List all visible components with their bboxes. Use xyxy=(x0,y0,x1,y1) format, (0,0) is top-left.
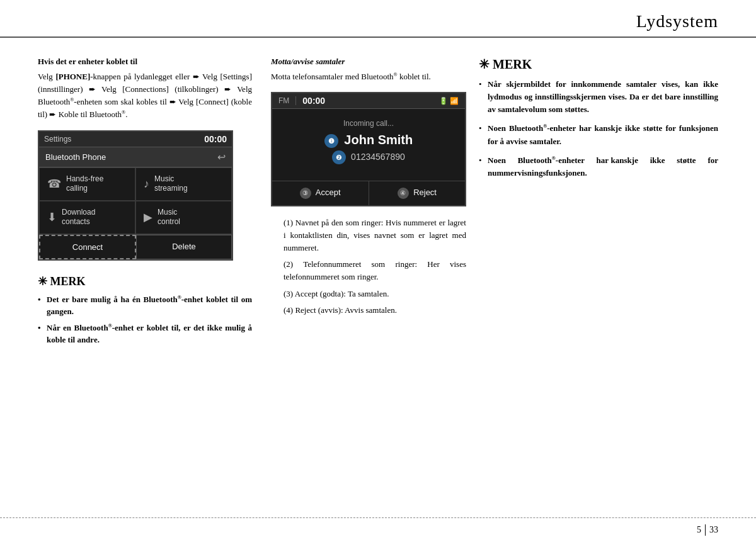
right-merk-asterisk: ✳ xyxy=(479,57,490,71)
music-streaming-icon: ♪ xyxy=(144,178,149,191)
call-body: Incoming call... ❶ John Smith ❷ 01234567… xyxy=(272,109,465,181)
reject-button[interactable]: ④ Reject xyxy=(369,181,466,205)
music-control-label: Musiccontrol xyxy=(158,208,180,227)
delete-button[interactable]: Delete xyxy=(136,235,232,259)
left-merk-item-2: Når en Bluetooth®-enhet er koblet til, e… xyxy=(38,322,252,346)
call-actions: ③ Accept ④ Reject xyxy=(272,181,465,205)
settings-screen: Settings 00:00 Bluetooth Phone ↩ ☎ Hands… xyxy=(38,130,233,261)
music-control-icon: ▶ xyxy=(144,210,152,224)
right-column: ✳ MERK Når skjermbildet for innkommende … xyxy=(479,57,718,350)
accept-button[interactable]: ③ Accept xyxy=(272,181,369,205)
page-title: Lydsystem xyxy=(636,11,718,31)
page-header: Lydsystem xyxy=(0,0,756,38)
numbered-list: (1) Navnet på den som ringer: Hvis numme… xyxy=(271,217,466,317)
right-merk-item-1: Når skjermbildet for innkommende samtale… xyxy=(479,78,718,116)
handsfree-label: Hands-freecalling xyxy=(66,174,103,194)
page-section: 5 xyxy=(697,525,701,535)
fm-label: FM xyxy=(278,96,289,105)
motta-heading: Motta/avvise samtaler xyxy=(271,57,466,67)
caller-name: ❶ John Smith xyxy=(285,133,452,148)
call-time: 00:00 xyxy=(302,96,325,106)
back-arrow-icon[interactable]: ↩ xyxy=(217,151,226,163)
handsfree-icon: ☎ xyxy=(47,177,61,191)
numbered-item-1: (1) Navnet på den som ringer: Hvis numme… xyxy=(271,217,466,254)
screen-time: 00:00 xyxy=(204,134,227,144)
right-merk-item-3: Noen Bluetooth®-enheter har kanskje ikke… xyxy=(479,154,718,179)
call-statusbar: FM 00:00 🔋 📶 xyxy=(272,93,465,109)
bt-phone-label: Bluetooth Phone xyxy=(45,152,106,162)
menu-item-handsfree[interactable]: ☎ Hands-freecalling xyxy=(39,167,135,201)
page-number: 5 33 xyxy=(697,524,718,536)
page-num: 33 xyxy=(709,525,718,535)
menu-item-music-control[interactable]: ▶ Musiccontrol xyxy=(135,201,232,234)
content-area: Hvis det er enheter koblet til Velg [PHO… xyxy=(0,38,756,363)
phone-button-label: [PHONE] xyxy=(55,72,90,81)
numbered-item-3: (3) Accept (godta): Ta samtalen. xyxy=(271,288,466,300)
body-text-intro: Velg [PHONE]-knappen på lydanlegget elle… xyxy=(38,71,252,121)
connect-button[interactable]: Connect xyxy=(39,235,136,259)
menu-item-download-contacts[interactable]: ⬇ Downloadcontacts xyxy=(39,201,135,234)
right-merk-heading: ✳ MERK xyxy=(479,57,718,72)
bt-phone-bar: Bluetooth Phone ↩ xyxy=(39,147,232,167)
call-screen: FM 00:00 🔋 📶 Incoming call... ❶ John Smi… xyxy=(271,92,466,206)
music-streaming-label: Musicstreaming xyxy=(154,174,188,194)
numbered-item-4: (4) Reject (avvis): Avvis samtalen. xyxy=(271,304,466,317)
numbered-item-2: (2) Telefonnummeret som ringer: Her vise… xyxy=(271,258,466,283)
caller-number-text: 01234567890 xyxy=(351,152,405,162)
left-merk-heading: ✳ MERK xyxy=(38,274,252,288)
right-merk-list: Når skjermbildet for innkommende samtale… xyxy=(479,78,718,179)
left-column: Hvis det er enheter koblet til Velg [PHO… xyxy=(38,57,271,350)
status-icons: 🔋 📶 xyxy=(439,97,459,105)
caller-circle-2: ❷ xyxy=(332,150,346,164)
page-footer: 5 33 xyxy=(0,517,756,542)
screen-buttons: Connect Delete xyxy=(39,235,232,259)
incoming-label: Incoming call... xyxy=(285,119,452,128)
page-separator xyxy=(705,524,706,536)
download-contacts-icon: ⬇ xyxy=(47,210,57,224)
left-merk-item-1: Det er bare mulig å ha én Bluetooth®-enh… xyxy=(38,293,252,318)
motta-intro: Motta telefonsamtaler med Bluetooth® kob… xyxy=(271,71,466,83)
left-merk-list: Det er bare mulig å ha én Bluetooth®-enh… xyxy=(38,293,252,346)
merk-asterisk: ✳ xyxy=(38,275,47,288)
caller-number: ❷ 01234567890 xyxy=(285,150,452,164)
reject-num: ④ xyxy=(398,188,409,199)
right-merk-item-2: Noen Bluetooth®-enheter har kanskje ikke… xyxy=(479,122,718,147)
reject-label: Reject xyxy=(413,188,437,197)
settings-label: Settings xyxy=(44,135,71,144)
accept-num: ③ xyxy=(300,188,311,199)
screen-menu-grid: ☎ Hands-freecalling ♪ Musicstreaming ⬇ D… xyxy=(39,167,232,235)
caller-circle-1: ❶ xyxy=(324,134,338,148)
accept-label: Accept xyxy=(316,188,341,197)
screen-statusbar: Settings 00:00 xyxy=(39,132,232,147)
download-contacts-label: Downloadcontacts xyxy=(62,208,95,227)
menu-item-music-streaming[interactable]: ♪ Musicstreaming xyxy=(135,167,232,201)
section-heading: Hvis det er enheter koblet til xyxy=(38,57,252,67)
middle-column: Motta/avvise samtaler Motta telefonsamta… xyxy=(271,57,479,350)
caller-name-text: John Smith xyxy=(344,133,413,147)
left-merk-section: ✳ MERK Det er bare mulig å ha én Bluetoo… xyxy=(38,274,252,346)
